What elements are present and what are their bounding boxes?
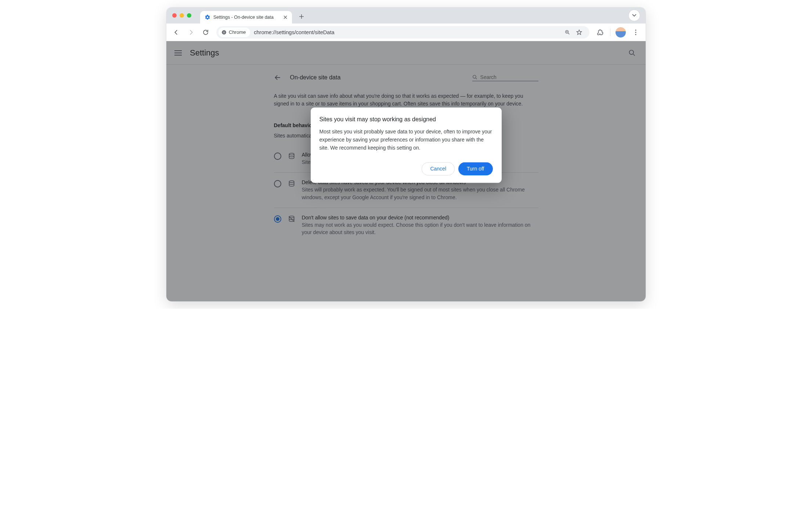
browser-toolbar: Chrome chrome://settings/content/siteDat… bbox=[166, 24, 646, 41]
turn-off-button[interactable]: Turn off bbox=[458, 162, 492, 176]
dialog-body: Most sites you visit probably save data … bbox=[320, 128, 493, 152]
window-minimize-button[interactable] bbox=[180, 13, 184, 18]
dialog-title: Sites you visit may stop working as desi… bbox=[320, 116, 493, 123]
dialog-actions: Cancel Turn off bbox=[320, 162, 493, 176]
kebab-menu-button[interactable] bbox=[629, 26, 642, 39]
svg-point-13 bbox=[635, 32, 636, 33]
window-close-button[interactable] bbox=[172, 13, 177, 18]
window-controls bbox=[172, 13, 191, 18]
turn-off-button-label: Turn off bbox=[467, 166, 484, 172]
extensions-button[interactable] bbox=[594, 26, 606, 39]
tab-strip: Settings - On-device site data bbox=[166, 7, 646, 24]
new-tab-button[interactable] bbox=[296, 11, 307, 22]
reload-button[interactable] bbox=[199, 26, 212, 39]
svg-point-12 bbox=[635, 29, 636, 31]
back-button[interactable] bbox=[170, 26, 183, 39]
site-chip[interactable]: Chrome bbox=[219, 28, 250, 37]
zoom-icon[interactable] bbox=[562, 27, 573, 37]
chrome-logo-icon bbox=[221, 30, 227, 35]
cancel-button-label: Cancel bbox=[430, 166, 446, 172]
confirm-dialog: Sites you visit may stop working as desi… bbox=[311, 108, 502, 183]
profile-avatar[interactable] bbox=[616, 27, 626, 37]
tab-overflow bbox=[629, 10, 640, 21]
settings-gear-icon bbox=[205, 14, 210, 20]
bookmark-star-icon[interactable] bbox=[574, 27, 584, 37]
address-bar[interactable]: Chrome chrome://settings/content/siteDat… bbox=[216, 26, 589, 39]
window-fullscreen-button[interactable] bbox=[187, 13, 191, 18]
forward-button[interactable] bbox=[185, 26, 197, 39]
browser-window: Settings - On-device site data C bbox=[166, 7, 646, 301]
tab-close-button[interactable] bbox=[282, 14, 288, 20]
svg-point-6 bbox=[223, 32, 225, 33]
content-area: Settings On-device site data bbox=[166, 41, 646, 301]
url-text: chrome://settings/content/siteData bbox=[254, 29, 334, 35]
svg-point-14 bbox=[635, 34, 636, 35]
cancel-button[interactable]: Cancel bbox=[422, 162, 455, 176]
tab-search-button[interactable] bbox=[629, 10, 640, 21]
toolbar-divider bbox=[610, 29, 610, 36]
tab-title: Settings - On-device site data bbox=[213, 15, 279, 20]
svg-line-8 bbox=[568, 33, 569, 34]
site-chip-label: Chrome bbox=[229, 29, 246, 35]
svg-marker-11 bbox=[577, 30, 581, 35]
browser-tab[interactable]: Settings - On-device site data bbox=[200, 11, 292, 24]
